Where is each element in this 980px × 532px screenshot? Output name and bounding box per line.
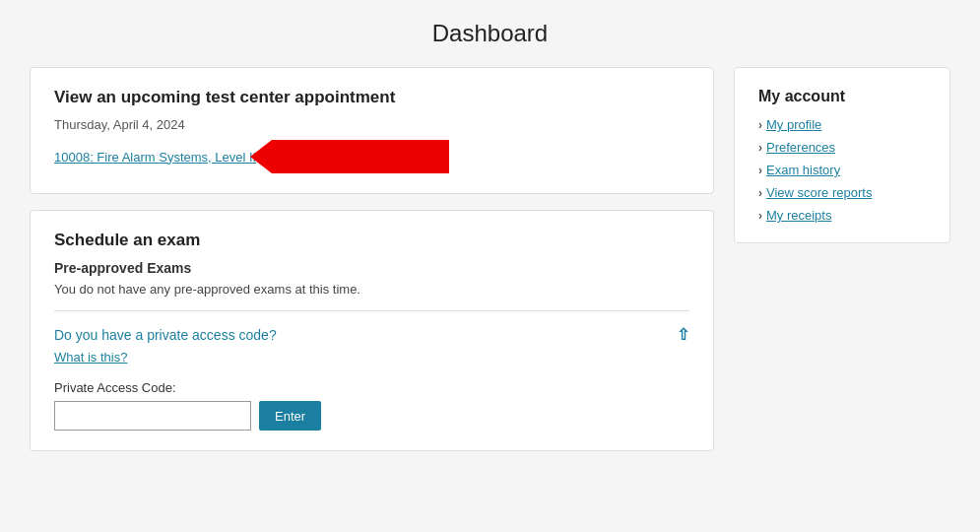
chevron-right-icon: › xyxy=(758,209,762,223)
appointment-card-title: View an upcoming test center appointment xyxy=(54,88,689,107)
appointment-link-row: 10008: Fire Alarm Systems, Level II xyxy=(54,140,689,173)
account-link-item: ›My profile xyxy=(758,117,926,132)
pre-approved-text: You do not have any pre-approved exams a… xyxy=(54,282,689,297)
left-column: View an upcoming test center appointment… xyxy=(30,67,714,451)
red-arrow-icon xyxy=(272,140,449,173)
page-title: Dashboard xyxy=(0,0,980,67)
right-column: My account ›My profile›Preferences›Exam … xyxy=(734,67,950,243)
appointment-date: Thursday, April 4, 2024 xyxy=(54,117,689,132)
account-link[interactable]: My profile xyxy=(766,117,821,132)
private-access-input-row: Enter xyxy=(54,401,689,431)
chevron-right-icon: › xyxy=(758,186,762,200)
private-access-header[interactable]: Do you have a private access code? ⇧ xyxy=(54,325,689,344)
account-link[interactable]: Preferences xyxy=(766,140,835,155)
chevron-right-icon: › xyxy=(758,164,762,177)
private-access-title[interactable]: Do you have a private access code? xyxy=(54,327,277,343)
account-link[interactable]: My receipts xyxy=(766,208,831,223)
schedule-exam-title: Schedule an exam xyxy=(54,231,689,250)
my-account-title: My account xyxy=(758,88,926,105)
account-link-item: ›My receipts xyxy=(758,208,926,223)
what-is-this-link[interactable]: What is this? xyxy=(54,350,689,365)
enter-button[interactable]: Enter xyxy=(259,401,321,431)
account-link-item: ›View score reports xyxy=(758,185,926,200)
account-link-item: ›Preferences xyxy=(758,140,926,155)
my-account-card: My account ›My profile›Preferences›Exam … xyxy=(734,67,950,243)
chevron-right-icon: › xyxy=(758,118,762,132)
private-access-label: Private Access Code: xyxy=(54,380,689,395)
account-link-item: ›Exam history xyxy=(758,163,926,177)
chevron-up-icon: ⇧ xyxy=(677,325,689,344)
divider xyxy=(54,310,689,311)
appointment-link[interactable]: 10008: Fire Alarm Systems, Level II xyxy=(54,150,256,165)
account-link[interactable]: View score reports xyxy=(766,185,872,200)
main-layout: View an upcoming test center appointment… xyxy=(0,67,980,451)
private-access-input[interactable] xyxy=(54,401,251,431)
pre-approved-title: Pre-approved Exams xyxy=(54,260,689,276)
appointment-card: View an upcoming test center appointment… xyxy=(30,67,714,194)
account-link[interactable]: Exam history xyxy=(766,163,840,177)
chevron-right-icon: › xyxy=(758,141,762,155)
account-links: ›My profile›Preferences›Exam history›Vie… xyxy=(758,117,926,223)
schedule-exam-card: Schedule an exam Pre-approved Exams You … xyxy=(30,210,714,451)
